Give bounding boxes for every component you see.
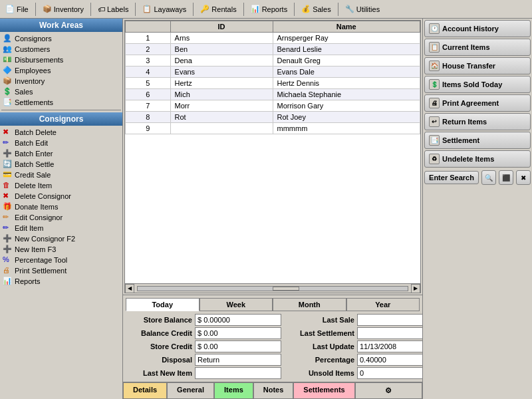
- tab-year[interactable]: Year: [346, 298, 420, 311]
- row-name: Benard Leslie: [273, 44, 420, 55]
- store-credit-input[interactable]: [195, 340, 281, 352]
- row-num: 7: [126, 100, 171, 112]
- sidebar-item-sales[interactable]: 💲Sales: [0, 86, 122, 97]
- btn-house-transfer[interactable]: 🏠 House Transfer: [424, 57, 531, 74]
- menu-file[interactable]: 📄 File: [0, 3, 34, 15]
- sidebar-delete-consignor[interactable]: ✖Delete Consignor: [0, 191, 122, 201]
- table-row[interactable]: 9 mmmmm: [126, 123, 420, 134]
- menu-reports[interactable]: 📊 Reports: [245, 3, 293, 15]
- sidebar-batch-edit[interactable]: ✏Batch Edit: [0, 138, 122, 148]
- center-right: ID Name 1 Arns Arnsperger Ray 2 Ben Bena…: [123, 19, 532, 399]
- sidebar-new-item[interactable]: ➕New Item F3: [0, 244, 122, 255]
- employees-icon: 🔷: [3, 66, 12, 75]
- table-row[interactable]: 4 Evans Evans Dale: [126, 66, 420, 78]
- table-row[interactable]: 6 Mich Michaela Stephanie: [126, 89, 420, 100]
- table-scroll[interactable]: ID Name 1 Arns Arnsperger Ray 2 Ben Bena…: [125, 21, 420, 283]
- row-num: 5: [126, 78, 171, 89]
- tab-settings[interactable]: ⚙: [355, 382, 422, 399]
- sidebar-batch-delete[interactable]: ✖Batch Delete: [0, 127, 122, 138]
- last-new-item-input[interactable]: [195, 367, 281, 379]
- sidebar-donate-items[interactable]: 🎁Donate Items: [0, 201, 122, 212]
- right-panel: 🕐 Account History 📋 Current Items 🏠 Hous…: [422, 19, 532, 399]
- btn-undelete-items[interactable]: ♻ Undelete Items: [424, 150, 531, 168]
- btn-items-sold-today[interactable]: 💲 Items Sold Today: [424, 76, 531, 93]
- bottom-tabs: Details General Items Notes Settlements …: [123, 382, 422, 399]
- sidebar-reports[interactable]: 📊Reports: [0, 276, 122, 287]
- store-credit-label: Store Credit: [126, 342, 192, 350]
- batch-enter-icon: ➕: [3, 149, 12, 158]
- col-name: Name: [273, 21, 420, 33]
- balance-credit-input[interactable]: [195, 327, 281, 339]
- sidebar-print-settlement[interactable]: 🖨Print Settlement: [0, 265, 122, 276]
- sidebar-item-customers[interactable]: 👥Customers: [0, 44, 122, 55]
- sidebar-item-settlements[interactable]: 📑Settlements: [0, 97, 122, 108]
- menu-sales[interactable]: 💰 Sales: [296, 3, 336, 15]
- sidebar-item-employees[interactable]: 🔷Employees: [0, 65, 122, 76]
- sidebar-item-disbursements[interactable]: 💵Disbursements: [0, 55, 122, 65]
- scroll-left-btn[interactable]: ◀: [125, 284, 134, 293]
- sidebar-batch-settle[interactable]: 🔄Batch Settle: [0, 159, 122, 170]
- row-id: [170, 123, 273, 134]
- menu-layaways[interactable]: 📋 Layaways: [137, 3, 192, 15]
- search-button[interactable]: Enter Search: [424, 171, 479, 184]
- tab-month[interactable]: Month: [273, 298, 346, 311]
- disposal-label: Disposal: [126, 356, 192, 364]
- menu-utilities[interactable]: 🔧 Utilities: [340, 3, 385, 15]
- table-row[interactable]: 7 Morr Morrison Gary: [126, 100, 420, 112]
- table-row[interactable]: 3 Dena Denault Greg: [126, 55, 420, 66]
- tab-today[interactable]: Today: [126, 298, 200, 311]
- table-row[interactable]: 2 Ben Benard Leslie: [126, 44, 420, 55]
- scroll-right-btn[interactable]: ▶: [411, 284, 420, 293]
- sidebar-credit-sale[interactable]: 💳Credit Sale: [0, 170, 122, 180]
- period-tabs: Today Week Month Year: [126, 298, 420, 311]
- col-num: [126, 21, 171, 33]
- store-balance-input[interactable]: [195, 314, 281, 326]
- sidebar-new-consignor[interactable]: ➕New Consignor F2: [0, 233, 122, 244]
- stat-store-credit: Store Credit: [126, 340, 281, 352]
- btn-print-agreement[interactable]: 🖨 Print Agreement: [424, 94, 531, 112]
- tab-details[interactable]: Details: [123, 382, 167, 399]
- right-stats: Last Sale Last Settlement Last Update: [288, 314, 444, 379]
- sales-sidebar-icon: 💲: [3, 87, 12, 96]
- left-stats: Store Balance Balance Credit Store Credi…: [126, 314, 281, 379]
- table-row[interactable]: 1 Arns Arnsperger Ray: [126, 33, 420, 44]
- tab-week[interactable]: Week: [200, 298, 273, 311]
- sidebar-edit-item[interactable]: ✏Edit Item: [0, 223, 122, 233]
- consignors-table: ID Name 1 Arns Arnsperger Ray 2 Ben Bena…: [125, 21, 420, 134]
- sidebar-item-consignors[interactable]: 👤Consignors: [0, 33, 122, 44]
- menu-sep-1: [35, 3, 36, 16]
- disposal-input[interactable]: [195, 354, 281, 366]
- tab-settlements[interactable]: Settlements: [293, 382, 354, 399]
- sidebar-delete-item[interactable]: 🗑Delete Item: [0, 180, 122, 191]
- menu-rentals[interactable]: 🔑 Rentals: [195, 3, 241, 15]
- btn-current-items[interactable]: 📋 Current Items: [424, 39, 531, 56]
- clear-icon-btn[interactable]: ✖: [516, 170, 531, 185]
- sidebar-percentage-tool[interactable]: %Percentage Tool: [0, 255, 122, 265]
- btn-account-history[interactable]: 🕐 Account History: [424, 20, 531, 37]
- filter-icon-btn[interactable]: ⬛: [499, 170, 513, 185]
- menu-sep-2: [90, 3, 91, 16]
- table-row[interactable]: 8 Rot Rot Joey: [126, 112, 420, 123]
- consignors-icon: 👤: [3, 34, 12, 43]
- scrollbar-thumb[interactable]: [273, 287, 299, 291]
- labels-icon: 🏷: [98, 5, 105, 13]
- menu-inventory[interactable]: 📦 Inventory: [37, 3, 89, 15]
- sidebar-batch-enter[interactable]: ➕Batch Enter: [0, 148, 122, 159]
- row-id: Arns: [170, 33, 273, 44]
- table-scrollbar[interactable]: ◀ ▶: [125, 283, 420, 293]
- scrollbar-track[interactable]: [137, 286, 408, 291]
- table-row[interactable]: 5 Hertz Hertz Dennis: [126, 78, 420, 89]
- inventory-sidebar-icon: 📦: [3, 76, 12, 86]
- search-icon-btn[interactable]: 🔍: [481, 170, 496, 185]
- account-history-icon: 🕐: [429, 23, 440, 34]
- sidebar-item-inventory[interactable]: 📦Inventory: [0, 76, 122, 86]
- menu-sep-3: [135, 3, 136, 16]
- tab-notes[interactable]: Notes: [253, 382, 294, 399]
- sidebar-edit-consignor[interactable]: ✏Edit Consignor: [0, 212, 122, 223]
- tab-general[interactable]: General: [167, 382, 214, 399]
- stat-unsold-items: Unsold Items: [288, 367, 444, 379]
- btn-return-items[interactable]: ↩ Return Items: [424, 113, 531, 130]
- menu-labels[interactable]: 🏷 Labels: [92, 4, 134, 15]
- btn-settlement[interactable]: 📑 Settlement: [424, 132, 531, 149]
- tab-items[interactable]: Items: [214, 382, 253, 399]
